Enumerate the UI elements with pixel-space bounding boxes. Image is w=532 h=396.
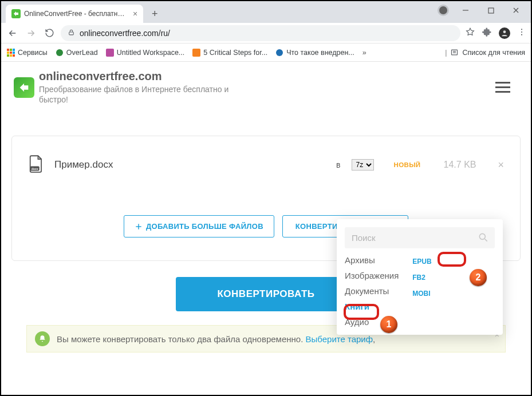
window-minimize-button[interactable] (454, 2, 477, 18)
extensions-icon[interactable] (482, 27, 492, 39)
window-maximize-button[interactable] (479, 2, 502, 18)
format-select[interactable]: 7z (352, 159, 374, 171)
bookmark-favicon-icon (192, 49, 200, 57)
site-menu-button[interactable] (492, 78, 514, 96)
svg-point-21 (479, 233, 485, 239)
svg-rect-5 (69, 31, 74, 34)
bookmark-steps[interactable]: 5 Critical Steps for... (192, 49, 267, 57)
bookmark-apps[interactable]: Сервисы (7, 49, 48, 57)
notice-link[interactable]: Выберите тариф (306, 334, 373, 344)
svg-point-9 (521, 34, 522, 35)
file-name: Пример.docx (54, 159, 327, 171)
bell-icon (35, 331, 50, 346)
bookmark-favicon-icon (106, 49, 114, 57)
tab-close-icon[interactable]: × (133, 9, 137, 18)
nav-reload-button[interactable] (42, 26, 56, 40)
svg-rect-12 (192, 49, 200, 57)
tab-title: OnlineConvertFree - бесплатный... (24, 10, 127, 18)
convert-button[interactable]: КОНВЕРТИРОВАТЬ (176, 277, 356, 311)
category-books[interactable]: Книги (345, 302, 399, 311)
plus-icon (135, 223, 143, 231)
bookmark-overlead[interactable]: OverLead (56, 49, 98, 57)
user-avatar-icon[interactable] (499, 27, 510, 39)
window-close-button[interactable] (505, 2, 527, 18)
format-fb2[interactable]: FB2 (409, 272, 429, 283)
svg-point-13 (276, 49, 283, 56)
profile-indicator-icon[interactable] (439, 6, 447, 14)
bookmark-vnedren[interactable]: Что такое внедрен... (275, 49, 354, 57)
svg-rect-2 (488, 8, 494, 13)
format-dropdown: Архивы Изображения Документы Книги Аудио… (337, 219, 503, 335)
site-logo-icon[interactable] (14, 77, 34, 98)
file-status: НОВЫЙ (393, 161, 420, 168)
convert-to-label: в (336, 160, 340, 169)
reading-list-icon (450, 48, 459, 57)
browser-toolbar: onlineconvertfree.com/ru/ (1, 23, 531, 43)
notice-text: Вы можете конвертировать только два файл… (57, 334, 375, 344)
nav-forward-button[interactable] (24, 26, 38, 40)
search-icon (478, 232, 489, 245)
svg-point-10 (56, 49, 63, 56)
svg-point-7 (521, 29, 522, 30)
bookmarks-bar: Сервисы OverLead Untitled Workspace... 5… (1, 43, 531, 62)
category-documents[interactable]: Документы (345, 286, 399, 296)
reading-list-button[interactable]: | Список для чтения (445, 48, 525, 57)
site-favicon (11, 9, 21, 18)
remove-file-button[interactable]: × (498, 159, 504, 171)
svg-point-8 (521, 31, 522, 32)
category-images[interactable]: Изображения (345, 271, 399, 280)
site-title: onlineconvertfree.com (39, 70, 234, 83)
file-type-icon: docx (28, 155, 45, 175)
apps-grid-icon (7, 49, 15, 57)
add-more-files-button[interactable]: ДОБАВИТЬ БОЛЬШЕ ФАЙЛОВ (124, 215, 274, 237)
format-mobi[interactable]: MOBI (409, 288, 434, 299)
file-size: 14.7 KB (444, 160, 476, 170)
lock-icon (68, 29, 75, 38)
site-header: onlineconvertfree.com Преобразование фай… (1, 62, 531, 113)
svg-rect-11 (106, 49, 114, 57)
svg-point-6 (503, 30, 506, 33)
url-text: onlineconvertfree.com/ru/ (80, 29, 170, 38)
bookmark-favicon-icon (275, 49, 283, 57)
svg-line-22 (485, 239, 487, 241)
category-archives[interactable]: Архивы (345, 255, 399, 265)
browser-tab[interactable]: OnlineConvertFree - бесплатный... × (6, 5, 143, 23)
address-bar[interactable]: onlineconvertfree.com/ru/ (61, 25, 460, 41)
window-titlebar: OnlineConvertFree - бесплатный... × + (1, 1, 531, 23)
kebab-menu-icon[interactable] (517, 27, 526, 39)
category-audio[interactable]: Аудио (345, 317, 399, 327)
bookmark-favicon-icon (56, 49, 64, 57)
new-tab-button[interactable]: + (147, 6, 163, 22)
format-epub[interactable]: EPUB (409, 256, 435, 267)
format-search-input[interactable] (345, 227, 495, 248)
nav-back-button[interactable] (6, 26, 19, 40)
star-icon[interactable] (465, 27, 475, 39)
bookmarks-overflow-button[interactable]: » (362, 49, 367, 57)
site-subtitle: Преобразование файлов в Интернете беспла… (39, 84, 234, 105)
bookmark-workspace[interactable]: Untitled Workspace... (106, 49, 185, 57)
svg-text:docx: docx (31, 168, 38, 171)
